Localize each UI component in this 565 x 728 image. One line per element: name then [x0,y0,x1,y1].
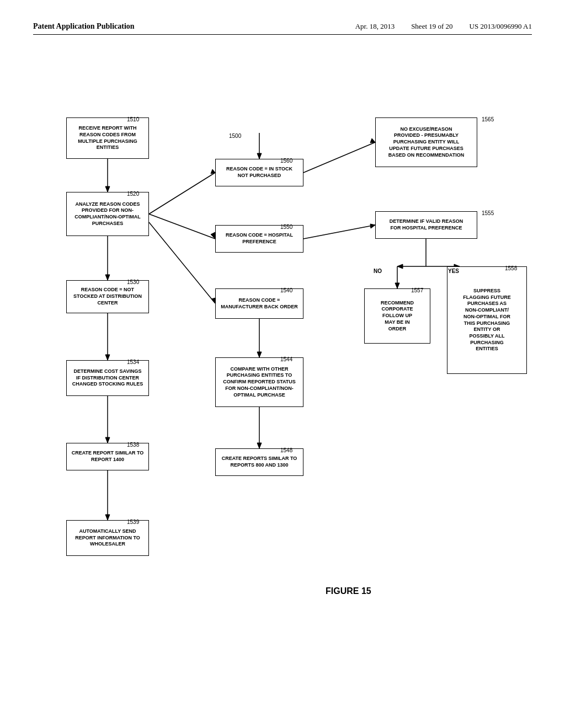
svg-marker-9 [105,275,110,280]
header-publication-label: Patent Application Publication [33,22,135,31]
label-1538: 1538 [127,442,139,448]
label-1540: 1540 [280,287,292,293]
header-patent: US 2013/0096990 A1 [470,22,532,31]
svg-marker-23 [257,352,262,357]
svg-marker-28 [397,264,403,269]
label-1555: 1555 [482,210,494,216]
svg-marker-7 [211,232,215,239]
svg-marker-1 [257,153,262,159]
box-1539: AUTOMATICALLY SENDREPORT INFORMATION TOW… [66,520,149,556]
box-1557: RECOMMENDCORPORATEFOLLOW UPMAY BE INORDE… [364,288,430,344]
svg-marker-32 [395,283,399,288]
label-1520: 1520 [127,191,139,197]
label-1544: 1544 [280,356,292,362]
label-1558: 1558 [505,265,517,271]
label-1530: 1530 [127,279,139,285]
svg-line-4 [149,173,215,214]
header-sheet: Sheet 19 of 20 [411,22,452,31]
svg-marker-17 [105,515,110,520]
label-1557: 1557 [411,287,423,293]
label-1548: 1548 [280,447,292,453]
figure-label: FIGURE 15 [326,586,371,596]
box-1510: RECEIVE REPORT WITHREASON CODES FROMMULT… [66,117,149,159]
header-right: Apr. 18, 2013 Sheet 19 of 20 US 2013/009… [355,22,532,31]
header-date: Apr. 18, 2013 [355,22,395,31]
label-yes: YES [448,268,459,274]
svg-line-6 [149,214,215,239]
box-1534: DETERMINE COST SAVINGSIF DISTRIBUTION CE… [66,360,149,396]
box-1544: COMPARE WITH OTHERPURCHASING ENTITIES TO… [215,357,303,407]
svg-marker-19 [370,138,375,143]
label-1565: 1565 [482,116,494,122]
page: Patent Application Publication Apr. 18, … [0,0,565,728]
svg-marker-21 [370,224,375,228]
label-1560: 1560 [280,158,292,164]
label-no: NO [374,268,382,274]
box-1558: SUPPRESSFLAGGING FUTUREPURCHASES ASNON-C… [447,266,527,374]
label-1550: 1550 [280,224,292,230]
svg-marker-15 [105,437,110,443]
label-1539: 1539 [127,519,139,525]
svg-marker-25 [257,443,262,448]
svg-marker-5 [211,169,215,174]
svg-marker-3 [105,186,110,192]
label-1500: 1500 [229,133,241,139]
svg-line-18 [303,142,375,173]
box-1520: ANALYZE REASON CODESPROVIDED FOR NON-COM… [66,192,149,236]
svg-line-20 [303,225,375,239]
diagram-area: RECEIVE REPORT WITHREASON CODES FROMMULT… [33,51,532,658]
svg-marker-13 [105,355,110,360]
svg-line-10 [149,222,215,303]
box-1530: REASON CODE = NOTSTOCKED AT DISTRIBUTION… [66,280,149,313]
box-1565: NO EXCUSE/REASONPROVIDED - PRESUMABLYPUR… [375,117,477,167]
box-1555: DETERMINE IF VALID REASONFOR HOSPITAL PR… [375,211,477,239]
label-1510: 1510 [127,116,139,122]
label-1534: 1534 [127,359,139,365]
page-header: Patent Application Publication Apr. 18, … [33,22,532,35]
